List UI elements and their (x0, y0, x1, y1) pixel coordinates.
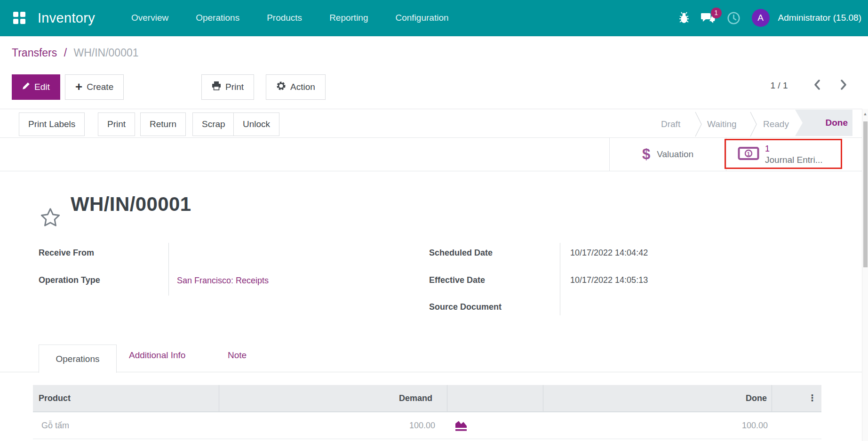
printer-icon (212, 81, 221, 93)
column-divider (219, 385, 219, 411)
navbar-systray: 1 A Administrator (15.08) (678, 0, 861, 36)
column-divider (772, 385, 772, 411)
print-menu-button[interactable]: Print (201, 74, 254, 100)
valuation-smart-button[interactable]: $ Valuation (609, 138, 726, 171)
scrap-button[interactable]: Scrap (192, 112, 235, 136)
dollar-icon: $ (642, 146, 650, 163)
journal-entries-label: Journal Entri... (765, 154, 823, 165)
vertical-scrollbar[interactable]: ▲ (862, 109, 868, 441)
column-header-demand[interactable]: Demand (219, 385, 447, 411)
menu-reporting[interactable]: Reporting (329, 13, 368, 23)
breadcrumb-separator: / (64, 47, 67, 59)
column-header-product[interactable]: Product (39, 385, 71, 411)
favorite-star-icon[interactable] (40, 208, 61, 229)
record-title: WH/IN/00001 (71, 193, 191, 216)
return-button[interactable]: Return (140, 112, 186, 136)
field-label-receive-from: Receive From (39, 248, 94, 258)
field-value-effective-date: 10/17/2022 14:05:13 (570, 275, 648, 285)
pager-previous-button[interactable] (810, 78, 824, 92)
field-value-operation-type[interactable]: San Francisco: Receipts (177, 276, 269, 286)
column-header-done[interactable]: Done (543, 385, 772, 411)
cell-demand[interactable]: 100.00 (219, 412, 447, 439)
messages-count-badge: 1 (711, 8, 722, 18)
scrollbar-thumb[interactable] (863, 121, 868, 267)
pager-next-button[interactable] (836, 78, 851, 92)
pencil-icon (22, 82, 30, 92)
debug-bug-icon[interactable] (678, 12, 690, 24)
breadcrumb-current: WH/IN/00001 (73, 47, 138, 59)
print-labels-button[interactable]: Print Labels (19, 112, 85, 136)
gear-icon (276, 81, 286, 93)
main-menu: Overview Operations Products Reporting C… (131, 0, 449, 36)
field-label-effective-date: Effective Date (429, 275, 485, 285)
column-options-kebab-icon[interactable]: ⋮ (772, 385, 821, 411)
top-navbar: Inventory Overview Operations Products R… (0, 0, 868, 36)
messages-chat-icon[interactable]: 1 (701, 12, 716, 24)
create-button[interactable]: + Create (65, 74, 124, 100)
tab-operations[interactable]: Operations (39, 345, 117, 373)
action-menu-button[interactable]: Action (266, 74, 326, 100)
unlock-button[interactable]: Unlock (233, 112, 279, 136)
chevron-left-icon (813, 80, 821, 91)
scrollbar-up-arrow[interactable]: ▲ (862, 109, 868, 116)
stage-separator (695, 112, 702, 139)
apps-grid-icon[interactable] (13, 12, 25, 24)
operations-table: Product Demand Done ⋮ Gỗ tấm 100.00 100.… (33, 385, 821, 439)
breadcrumb: Transfers / WH/IN/00001 (12, 47, 139, 59)
app-name[interactable]: Inventory (38, 10, 95, 26)
table-row[interactable]: Gỗ tấm 100.00 100.00 (33, 412, 821, 439)
pager-counter: 1 / 1 (765, 80, 793, 91)
svg-text:1: 1 (747, 151, 750, 157)
menu-operations[interactable]: Operations (196, 13, 239, 23)
activities-clock-icon[interactable] (727, 11, 741, 25)
user-avatar[interactable]: A (752, 9, 770, 27)
stage-ready[interactable]: Ready (763, 112, 789, 136)
column-divider (543, 385, 543, 411)
header-divider (0, 109, 868, 109)
journal-entries-smart-button[interactable]: 1 1 Journal Entri... (726, 138, 842, 171)
print-button[interactable]: Print (98, 112, 135, 136)
banknote-icon: 1 (738, 146, 759, 162)
field-label-operation-type: Operation Type (39, 275, 100, 285)
field-value-scheduled-date: 10/17/2022 14:04:42 (570, 248, 648, 258)
cell-product[interactable]: Gỗ tấm (41, 412, 69, 439)
smart-buttons-divider (0, 171, 862, 171)
edit-button[interactable]: Edit (12, 74, 60, 100)
cell-done[interactable]: 100.00 (543, 412, 772, 439)
stage-draft[interactable]: Draft (661, 112, 680, 136)
forecast-area-chart-icon[interactable] (454, 420, 468, 434)
field-label-source-document: Source Document (429, 302, 502, 312)
menu-overview[interactable]: Overview (131, 13, 168, 23)
column-divider (447, 385, 447, 411)
column-header-forecast (447, 385, 543, 411)
stage-waiting[interactable]: Waiting (707, 112, 737, 136)
field-label-scheduled-date: Scheduled Date (429, 248, 493, 258)
menu-products[interactable]: Products (267, 13, 302, 23)
stage-done-active[interactable]: Done (795, 110, 852, 136)
tab-additional-info[interactable]: Additional Info (129, 350, 185, 361)
chevron-right-icon (840, 80, 847, 91)
field-separator (560, 243, 560, 315)
stage-separator (750, 112, 757, 139)
journal-entries-count: 1 (765, 144, 823, 154)
menu-configuration[interactable]: Configuration (396, 13, 449, 23)
notebook-divider (0, 372, 862, 372)
table-header-row: Product Demand Done ⋮ (33, 385, 821, 412)
breadcrumb-transfers-link[interactable]: Transfers (12, 47, 57, 59)
tab-note[interactable]: Note (228, 350, 247, 361)
field-separator (168, 243, 169, 296)
user-menu[interactable]: Administrator (15.08) (778, 13, 861, 23)
